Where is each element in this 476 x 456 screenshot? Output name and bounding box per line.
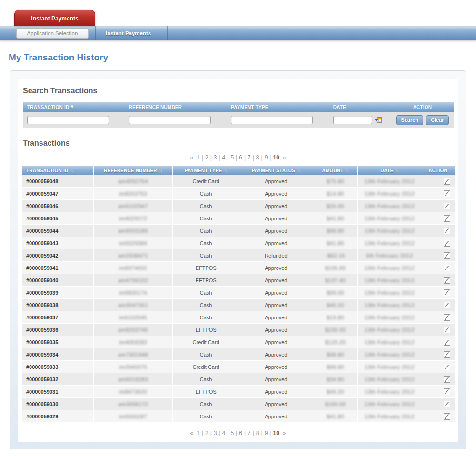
cell-transaction-id: #0000059048: [22, 175, 94, 187]
search-column-label: REFERENCE NUMBER: [125, 105, 182, 110]
row-action-button[interactable]: [443, 314, 451, 321]
sort-icon[interactable]: ↑↓: [224, 168, 227, 173]
pagination-next[interactable]: »: [281, 154, 288, 161]
row-action-button[interactable]: [443, 400, 451, 408]
pagination-page-6[interactable]: 6: [237, 154, 244, 161]
pagination-page-1[interactable]: 1: [195, 154, 202, 161]
cell-payment-type: Credit Card: [173, 361, 239, 373]
table-row: #0000059035im4059283Credit CardApproved$…: [22, 336, 455, 348]
pagination-page-3[interactable]: 3: [212, 154, 219, 161]
redacted-value: im8473920: [119, 389, 147, 395]
nav-item-instant-payments[interactable]: Instant Payments: [96, 26, 167, 40]
table-column-header[interactable]: DATE↑↓: [358, 166, 421, 175]
search-column-label: PAYMENT TYPE: [227, 105, 268, 110]
cell-reference-number: im5930287: [94, 410, 173, 422]
table-column-label: ACTION: [428, 168, 447, 173]
pagination-page-2[interactable]: 2: [203, 154, 210, 161]
cell-reference-number: im8374652: [94, 262, 173, 274]
cell-payment-status: Approved: [239, 212, 313, 224]
redacted-value: $105.80: [325, 265, 346, 271]
row-action-button[interactable]: [443, 338, 451, 346]
search-cell-date: [329, 112, 391, 128]
table-column-header[interactable]: PAYMENT STATUS↑↓: [239, 166, 313, 175]
pagination-page-3[interactable]: 3: [212, 430, 219, 436]
table-row: #0000059034am7301948CashApproved$98.8013…: [22, 348, 455, 361]
pagination-page-9[interactable]: 9: [263, 154, 270, 161]
row-action-button[interactable]: [443, 178, 451, 185]
reference-number-input[interactable]: [129, 116, 211, 124]
row-action-button[interactable]: [443, 202, 451, 210]
pagination-page-8[interactable]: 8: [254, 154, 261, 161]
date-input[interactable]: [333, 116, 372, 124]
table-column-header[interactable]: AMOUNT↑↓: [313, 166, 358, 175]
row-action-button[interactable]: [443, 289, 451, 297]
sort-icon[interactable]: ↑↓: [297, 168, 300, 173]
row-action-button[interactable]: [443, 376, 451, 383]
application-selection-button[interactable]: Application Selection: [16, 28, 89, 39]
sort-icon[interactable]: ↑↓: [395, 168, 398, 173]
table-column-header: ACTION: [421, 166, 455, 175]
pagination-page-4[interactable]: 4: [220, 154, 228, 161]
table-row: #0000059048am4092764Credit CardApproved$…: [22, 175, 455, 188]
pagination-page-5[interactable]: 5: [228, 154, 236, 161]
pagination-page-10[interactable]: 10: [271, 430, 281, 436]
sort-icon[interactable]: ↑↓: [346, 168, 349, 173]
pagination-page-9[interactable]: 9: [263, 430, 270, 436]
row-action-button[interactable]: [443, 190, 451, 198]
row-action-button[interactable]: [443, 215, 451, 222]
sort-icon[interactable]: ↑↓: [159, 168, 162, 173]
redacted-value: 13th February 2012: [365, 265, 415, 271]
row-action-button[interactable]: [443, 264, 451, 272]
row-action-button[interactable]: [443, 326, 451, 334]
cell-payment-type: Cash: [173, 373, 239, 385]
redacted-value: 13th February 2012: [365, 352, 415, 357]
cell-transaction-id: #0000059031: [22, 386, 94, 397]
payment-type-input[interactable]: [231, 116, 313, 124]
cell-payment-status: Approved: [239, 410, 313, 422]
pagination-page-1[interactable]: 1: [195, 430, 202, 436]
cell-payment-status: Approved: [239, 287, 313, 298]
cell-transaction-id: #0000059033: [22, 361, 94, 373]
table-column-header[interactable]: PAYMENT TYPE↑↓: [173, 166, 239, 175]
cell-amount: $98.80: [313, 225, 358, 237]
row-action-button[interactable]: [443, 301, 451, 309]
row-action-button[interactable]: [443, 351, 451, 358]
redacted-value: $26.00: [327, 203, 344, 209]
table-column-header[interactable]: TRANSACTION ID↑↓: [22, 166, 94, 175]
sort-icon[interactable]: ↑↓: [70, 168, 73, 173]
table-row: #0000059047im8203753CashApproved$14.8013…: [22, 188, 455, 200]
date-picker-button[interactable]: [375, 117, 382, 123]
clear-button[interactable]: Clear: [426, 115, 449, 125]
pagination-page-7[interactable]: 7: [246, 430, 253, 436]
cell-payment-type: EFTPOS: [173, 386, 239, 397]
cell-reference-number: am4756102: [94, 274, 173, 286]
cell-payment-status: Approved: [239, 324, 313, 336]
pagination-page-6[interactable]: 6: [237, 430, 244, 436]
pagination-page-2[interactable]: 2: [203, 430, 210, 436]
redacted-value: $98.80: [327, 228, 344, 234]
pagination-prev[interactable]: «: [188, 154, 195, 161]
row-action-button[interactable]: [443, 277, 451, 284]
row-action-button[interactable]: [443, 239, 451, 247]
pagination-page-5[interactable]: 5: [228, 430, 236, 436]
search-button[interactable]: Search: [396, 115, 423, 125]
pagination-page-8[interactable]: 8: [254, 430, 261, 436]
pagination-next[interactable]: »: [281, 430, 288, 436]
pagination-page-4[interactable]: 4: [220, 430, 228, 436]
app-tab-instant-payments[interactable]: Instant Payments: [14, 10, 95, 26]
transaction-id-input[interactable]: [27, 116, 109, 124]
cell-date: 13th February 2012: [358, 274, 421, 286]
row-action-button[interactable]: [443, 413, 451, 420]
cell-payment-type: Cash: [173, 299, 239, 311]
row-action-button[interactable]: [443, 388, 451, 396]
cell-action: [421, 410, 455, 422]
pagination-page-7[interactable]: 7: [246, 154, 253, 161]
cell-payment-status: Approved: [239, 237, 313, 249]
row-action-button[interactable]: [443, 363, 451, 371]
row-action-button[interactable]: [443, 227, 451, 235]
table-column-header[interactable]: REFERENCE NUMBER↑↓: [94, 166, 173, 175]
pagination-prev[interactable]: «: [188, 430, 195, 436]
content-panel: Search Transactions TRANSACTION ID #REFE…: [10, 70, 466, 449]
pagination-page-10[interactable]: 10: [271, 154, 281, 161]
row-action-button[interactable]: [443, 252, 451, 259]
